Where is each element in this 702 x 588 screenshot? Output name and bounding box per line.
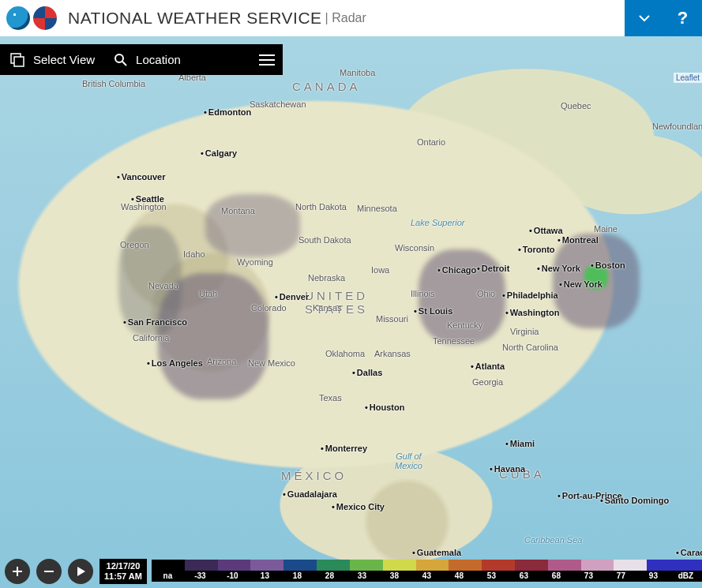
legend-tick: -33 xyxy=(184,571,216,582)
legend-tick: 13 xyxy=(249,571,281,582)
map-canvas[interactable]: CANADAUNITEDSTATESMÉXICOCUBABritish Colu… xyxy=(0,36,702,588)
legend-tick: 93 xyxy=(637,571,670,582)
minus-icon xyxy=(43,565,55,578)
select-view-label: Select View xyxy=(33,53,95,66)
legend-tick: 68 xyxy=(540,571,572,582)
legend-tick: 43 xyxy=(411,571,443,582)
reflectivity-legend: na-33-1013182833384348536368737793dBZ xyxy=(152,560,702,583)
zoom-out-button[interactable] xyxy=(36,559,62,584)
question-icon: ? xyxy=(678,8,688,28)
legend-ticks: na-33-1013182833384348536368737793dBZ xyxy=(152,571,702,582)
hamburger-icon xyxy=(259,54,275,66)
play-icon xyxy=(75,566,86,577)
play-button[interactable] xyxy=(68,559,93,584)
svg-rect-1 xyxy=(14,57,24,66)
map-toolbar: Select View Location xyxy=(0,44,283,75)
app-title: NATIONAL WEATHER SERVICE xyxy=(68,9,322,28)
legend-tick: 38 xyxy=(378,571,411,582)
legend-tick: na xyxy=(152,571,184,582)
help-button[interactable]: ? xyxy=(663,0,702,36)
nws-logo-icon xyxy=(33,6,57,30)
legend-tick: 53 xyxy=(475,571,508,582)
svg-marker-10 xyxy=(77,567,85,576)
map-attribution[interactable]: Leaflet xyxy=(674,73,702,83)
legend-tick: 77 xyxy=(605,571,637,582)
app-header: NATIONAL WEATHER SERVICE | Radar ? xyxy=(0,0,702,36)
legend-tick: 63 xyxy=(508,571,540,582)
legend-tick: 18 xyxy=(281,571,313,582)
location-search-button[interactable]: Location xyxy=(104,44,190,75)
legend-tick: 28 xyxy=(313,571,346,582)
svg-point-2 xyxy=(115,54,123,62)
frame-timestamp: 12/17/20 11:57 AM xyxy=(99,559,147,584)
expand-menu-button[interactable] xyxy=(625,0,663,36)
map-viewport[interactable]: CANADAUNITEDSTATESMÉXICOCUBABritish Colu… xyxy=(0,36,702,588)
agency-logos xyxy=(0,6,63,30)
menu-button[interactable] xyxy=(251,44,283,75)
legend-tick: 33 xyxy=(346,571,378,582)
frame-time: 11:57 AM xyxy=(104,571,142,582)
layers-icon xyxy=(9,52,25,68)
chevron-down-icon xyxy=(638,12,651,24)
zoom-in-button[interactable] xyxy=(5,559,30,584)
legend-tick: -10 xyxy=(216,571,249,582)
select-view-button[interactable]: Select View xyxy=(0,44,104,75)
location-label: Location xyxy=(136,53,181,66)
legend-tick: dBZ xyxy=(670,571,702,582)
noaa-logo-icon xyxy=(6,6,30,30)
legend-tick: 48 xyxy=(443,571,475,582)
legend-tick: 73 xyxy=(572,571,605,582)
app-subtitle: | Radar xyxy=(325,11,366,25)
frame-date: 12/17/20 xyxy=(104,561,142,571)
plus-icon xyxy=(11,565,24,578)
time-legend-bar: 12/17/20 11:57 AM na-33-1013182833384348… xyxy=(0,557,702,586)
svg-line-3 xyxy=(122,62,126,66)
legend-gradient xyxy=(152,560,702,571)
search-icon xyxy=(114,53,128,67)
